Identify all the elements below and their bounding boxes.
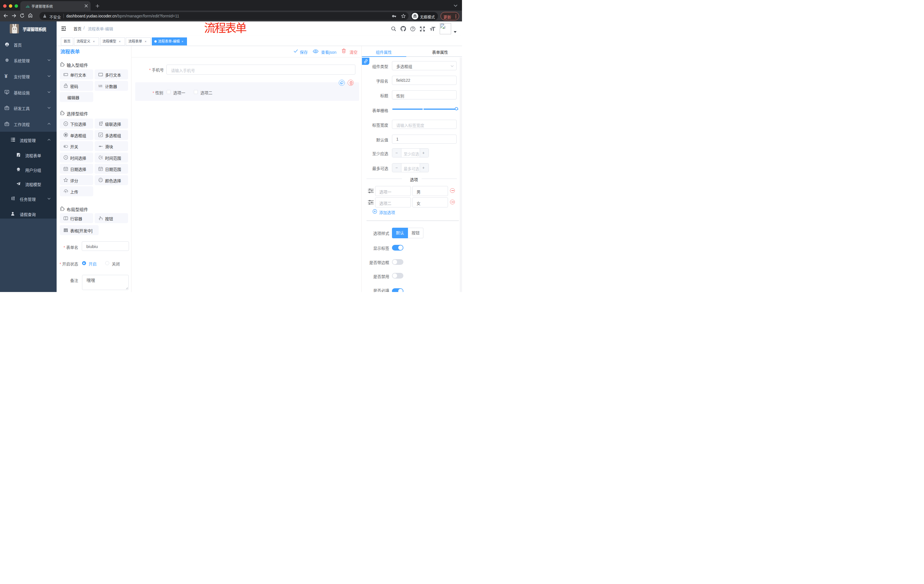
svg-text:123: 123 [98, 84, 102, 87]
